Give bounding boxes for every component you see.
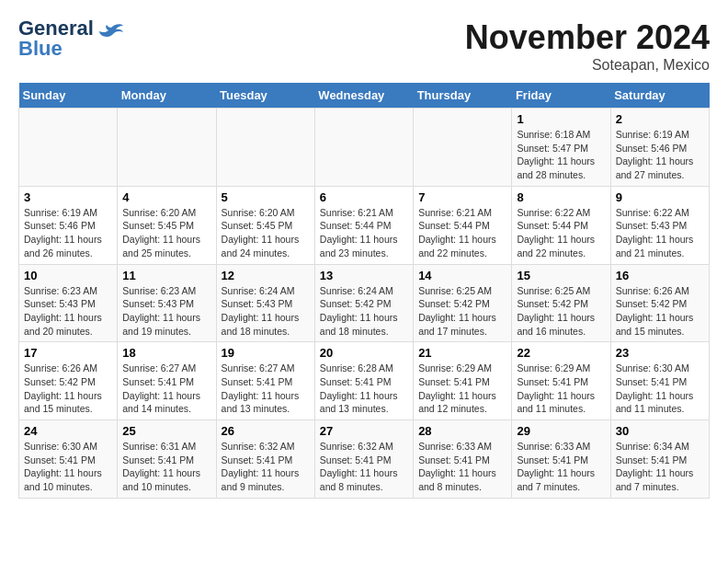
day-info: Sunrise: 6:32 AM Sunset: 5:41 PM Dayligh… bbox=[222, 441, 300, 492]
day-number: 18 bbox=[122, 346, 210, 360]
calendar-cell: 21Sunrise: 6:29 AM Sunset: 5:41 PM Dayli… bbox=[414, 342, 512, 420]
calendar-week-row: 10Sunrise: 6:23 AM Sunset: 5:43 PM Dayli… bbox=[19, 264, 710, 342]
calendar-cell: 4Sunrise: 6:20 AM Sunset: 5:45 PM Daylig… bbox=[118, 186, 216, 264]
day-info: Sunrise: 6:29 AM Sunset: 5:41 PM Dayligh… bbox=[517, 362, 595, 414]
day-number: 5 bbox=[222, 190, 310, 204]
calendar-cell: 7Sunrise: 6:21 AM Sunset: 5:44 PM Daylig… bbox=[414, 186, 512, 264]
day-number: 16 bbox=[616, 269, 704, 282]
day-number: 12 bbox=[222, 269, 310, 282]
day-number: 25 bbox=[122, 424, 210, 438]
calendar-cell: 3Sunrise: 6:19 AM Sunset: 5:46 PM Daylig… bbox=[19, 186, 118, 264]
day-info: Sunrise: 6:20 AM Sunset: 5:45 PM Dayligh… bbox=[122, 207, 200, 259]
day-info: Sunrise: 6:27 AM Sunset: 5:41 PM Dayligh… bbox=[122, 362, 200, 414]
day-info: Sunrise: 6:28 AM Sunset: 5:41 PM Dayligh… bbox=[320, 362, 398, 414]
day-number: 21 bbox=[418, 346, 506, 360]
calendar-cell: 1Sunrise: 6:18 AM Sunset: 5:47 PM Daylig… bbox=[512, 109, 610, 187]
calendar-cell bbox=[19, 109, 118, 187]
weekday-header: Wednesday bbox=[314, 83, 413, 109]
calendar-cell: 10Sunrise: 6:23 AM Sunset: 5:43 PM Dayli… bbox=[19, 264, 118, 342]
day-number: 24 bbox=[24, 424, 112, 438]
day-info: Sunrise: 6:32 AM Sunset: 5:41 PM Dayligh… bbox=[320, 441, 398, 492]
weekday-header: Monday bbox=[118, 83, 216, 109]
day-number: 23 bbox=[616, 346, 704, 360]
day-number: 11 bbox=[122, 269, 210, 282]
calendar-cell bbox=[216, 109, 314, 187]
day-number: 20 bbox=[320, 346, 408, 360]
day-number: 13 bbox=[320, 269, 408, 282]
weekday-header: Tuesday bbox=[216, 83, 314, 109]
logo-blue: Blue bbox=[18, 39, 94, 59]
calendar-cell: 28Sunrise: 6:33 AM Sunset: 5:41 PM Dayli… bbox=[414, 420, 512, 499]
day-info: Sunrise: 6:30 AM Sunset: 5:41 PM Dayligh… bbox=[616, 362, 694, 414]
calendar-cell: 27Sunrise: 6:32 AM Sunset: 5:41 PM Dayli… bbox=[314, 420, 413, 499]
day-number: 17 bbox=[24, 346, 112, 360]
calendar-cell bbox=[118, 109, 216, 187]
day-info: Sunrise: 6:21 AM Sunset: 5:44 PM Dayligh… bbox=[418, 207, 496, 259]
calendar-cell bbox=[314, 109, 413, 187]
calendar-table: SundayMondayTuesdayWednesdayThursdayFrid… bbox=[18, 83, 710, 499]
day-info: Sunrise: 6:26 AM Sunset: 5:42 PM Dayligh… bbox=[24, 362, 102, 414]
calendar-cell: 19Sunrise: 6:27 AM Sunset: 5:41 PM Dayli… bbox=[216, 342, 314, 420]
day-info: Sunrise: 6:21 AM Sunset: 5:44 PM Dayligh… bbox=[320, 207, 398, 259]
day-number: 2 bbox=[616, 112, 704, 126]
calendar-cell: 2Sunrise: 6:19 AM Sunset: 5:46 PM Daylig… bbox=[610, 109, 709, 187]
day-number: 15 bbox=[517, 269, 605, 282]
calendar-cell: 17Sunrise: 6:26 AM Sunset: 5:42 PM Dayli… bbox=[19, 342, 118, 420]
calendar-cell: 16Sunrise: 6:26 AM Sunset: 5:42 PM Dayli… bbox=[610, 264, 709, 342]
calendar-cell: 25Sunrise: 6:31 AM Sunset: 5:41 PM Dayli… bbox=[118, 420, 216, 499]
logo: General Blue bbox=[18, 18, 125, 59]
page-title: November 2024 bbox=[465, 18, 710, 57]
day-info: Sunrise: 6:22 AM Sunset: 5:44 PM Dayligh… bbox=[517, 207, 595, 259]
calendar-week-row: 3Sunrise: 6:19 AM Sunset: 5:46 PM Daylig… bbox=[19, 186, 710, 264]
calendar-body: 1Sunrise: 6:18 AM Sunset: 5:47 PM Daylig… bbox=[19, 109, 710, 499]
weekday-header: Thursday bbox=[414, 83, 512, 109]
day-number: 30 bbox=[616, 424, 704, 438]
calendar-week-row: 24Sunrise: 6:30 AM Sunset: 5:41 PM Dayli… bbox=[19, 420, 710, 499]
day-info: Sunrise: 6:24 AM Sunset: 5:42 PM Dayligh… bbox=[320, 285, 398, 337]
day-info: Sunrise: 6:23 AM Sunset: 5:43 PM Dayligh… bbox=[24, 285, 102, 337]
title-block: November 2024 Soteapan, Mexico bbox=[465, 18, 710, 74]
calendar-cell: 29Sunrise: 6:33 AM Sunset: 5:41 PM Dayli… bbox=[512, 420, 610, 499]
calendar-cell: 6Sunrise: 6:21 AM Sunset: 5:44 PM Daylig… bbox=[314, 186, 413, 264]
day-info: Sunrise: 6:18 AM Sunset: 5:47 PM Dayligh… bbox=[517, 129, 595, 180]
logo-bird-icon bbox=[97, 20, 125, 48]
day-number: 6 bbox=[320, 190, 408, 204]
day-number: 4 bbox=[122, 190, 210, 204]
calendar-cell: 12Sunrise: 6:24 AM Sunset: 5:43 PM Dayli… bbox=[216, 264, 314, 342]
calendar-cell: 5Sunrise: 6:20 AM Sunset: 5:45 PM Daylig… bbox=[216, 186, 314, 264]
day-number: 29 bbox=[517, 424, 605, 438]
weekday-header: Sunday bbox=[19, 83, 118, 109]
day-number: 14 bbox=[418, 269, 506, 282]
calendar-week-row: 17Sunrise: 6:26 AM Sunset: 5:42 PM Dayli… bbox=[19, 342, 710, 420]
day-number: 8 bbox=[517, 190, 605, 204]
day-info: Sunrise: 6:22 AM Sunset: 5:43 PM Dayligh… bbox=[616, 207, 694, 259]
day-info: Sunrise: 6:27 AM Sunset: 5:41 PM Dayligh… bbox=[222, 362, 300, 414]
calendar-cell: 14Sunrise: 6:25 AM Sunset: 5:42 PM Dayli… bbox=[414, 264, 512, 342]
calendar-cell: 20Sunrise: 6:28 AM Sunset: 5:41 PM Dayli… bbox=[314, 342, 413, 420]
calendar-cell: 22Sunrise: 6:29 AM Sunset: 5:41 PM Dayli… bbox=[512, 342, 610, 420]
calendar-cell: 26Sunrise: 6:32 AM Sunset: 5:41 PM Dayli… bbox=[216, 420, 314, 499]
day-number: 28 bbox=[418, 424, 506, 438]
logo-general: General bbox=[18, 18, 94, 39]
calendar-cell: 9Sunrise: 6:22 AM Sunset: 5:43 PM Daylig… bbox=[610, 186, 709, 264]
day-number: 3 bbox=[24, 190, 112, 204]
day-info: Sunrise: 6:20 AM Sunset: 5:45 PM Dayligh… bbox=[222, 207, 300, 259]
day-info: Sunrise: 6:26 AM Sunset: 5:42 PM Dayligh… bbox=[616, 285, 694, 337]
calendar-cell: 13Sunrise: 6:24 AM Sunset: 5:42 PM Dayli… bbox=[314, 264, 413, 342]
calendar-cell: 15Sunrise: 6:25 AM Sunset: 5:42 PM Dayli… bbox=[512, 264, 610, 342]
calendar-cell: 23Sunrise: 6:30 AM Sunset: 5:41 PM Dayli… bbox=[610, 342, 709, 420]
day-number: 7 bbox=[418, 190, 506, 204]
day-number: 26 bbox=[222, 424, 310, 438]
page-subtitle: Soteapan, Mexico bbox=[465, 57, 710, 74]
calendar-cell: 30Sunrise: 6:34 AM Sunset: 5:41 PM Dayli… bbox=[610, 420, 709, 499]
weekday-header: Saturday bbox=[610, 83, 709, 109]
day-info: Sunrise: 6:34 AM Sunset: 5:41 PM Dayligh… bbox=[616, 441, 694, 492]
calendar-cell: 24Sunrise: 6:30 AM Sunset: 5:41 PM Dayli… bbox=[19, 420, 118, 499]
day-info: Sunrise: 6:23 AM Sunset: 5:43 PM Dayligh… bbox=[122, 285, 200, 337]
weekday-header: Friday bbox=[512, 83, 610, 109]
calendar-cell: 11Sunrise: 6:23 AM Sunset: 5:43 PM Dayli… bbox=[118, 264, 216, 342]
day-info: Sunrise: 6:33 AM Sunset: 5:41 PM Dayligh… bbox=[517, 441, 595, 492]
day-info: Sunrise: 6:31 AM Sunset: 5:41 PM Dayligh… bbox=[122, 441, 200, 492]
calendar-cell bbox=[414, 109, 512, 187]
page-header: General Blue November 2024 Soteapan, Mex… bbox=[18, 18, 710, 74]
